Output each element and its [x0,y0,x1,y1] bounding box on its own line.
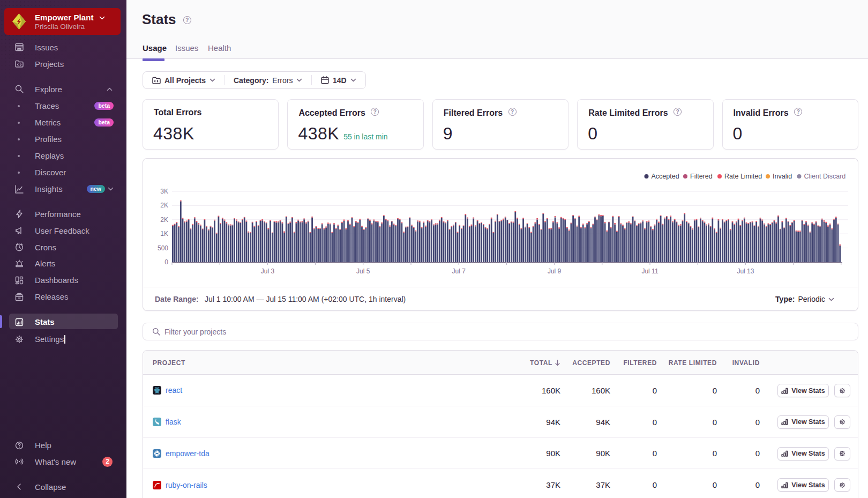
svg-text:Jul 7: Jul 7 [452,267,466,275]
svg-text:2K: 2K [160,216,168,224]
svg-text:1K: 1K [160,230,168,237]
svg-text:2K: 2K [160,202,168,209]
svg-text:3K: 3K [160,188,168,195]
svg-text:Filtered: Filtered [690,173,713,180]
svg-text:500: 500 [158,244,168,252]
svg-text:Invalid: Invalid [773,173,792,180]
svg-text:Accepted: Accepted [652,173,679,180]
svg-text:Jul 11: Jul 11 [641,267,658,275]
svg-text:Jul 3: Jul 3 [261,267,275,275]
svg-text:Jul 9: Jul 9 [548,267,562,275]
svg-text:Jul 5: Jul 5 [356,267,370,275]
svg-text:Rate Limited: Rate Limited [724,173,762,180]
svg-text:Jul 13: Jul 13 [737,267,754,275]
svg-text:0: 0 [164,258,168,266]
svg-text:Client Discard: Client Discard [804,173,846,180]
